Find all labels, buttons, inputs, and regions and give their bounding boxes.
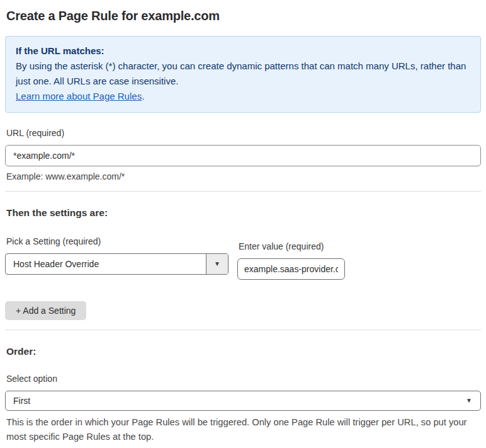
chevron-down-icon: ▼ <box>214 261 220 267</box>
url-input[interactable] <box>5 145 481 166</box>
order-select[interactable]: First ▼ <box>5 391 481 411</box>
order-select-label: Select option <box>6 374 480 384</box>
page-title: Create a Page Rule for example.com <box>6 9 480 23</box>
order-selected-value: First <box>6 396 466 406</box>
add-setting-button[interactable]: + Add a Setting <box>5 301 86 320</box>
info-box-body-text: By using the asterisk (*) character, you… <box>16 60 466 86</box>
url-example-text: Example: www.example.com/* <box>6 171 480 181</box>
url-field-label: URL (required) <box>6 128 480 138</box>
setting-picker-selected-value: Host Header Override <box>6 259 206 269</box>
link-period: . <box>142 91 144 101</box>
order-section-heading: Order: <box>6 346 480 357</box>
setting-picker-label: Pick a Setting (required) <box>6 236 227 246</box>
setting-value-input[interactable] <box>237 258 345 280</box>
url-matches-info-box: If the URL matches: By using the asteris… <box>5 36 481 113</box>
chevron-down-icon: ▼ <box>466 398 480 404</box>
setting-row: Pick a Setting (required) Host Header Ov… <box>5 236 481 280</box>
setting-picker-select[interactable]: Host Header Override ▼ <box>5 253 229 275</box>
setting-value-column: Enter value (required) <box>237 241 345 280</box>
divider <box>5 330 481 330</box>
setting-picker-column: Pick a Setting (required) Host Header Ov… <box>5 236 229 275</box>
setting-value-label: Enter value (required) <box>239 241 344 251</box>
setting-picker-dropdown-button[interactable]: ▼ <box>206 254 228 274</box>
order-help-text: This is the order in which your Page Rul… <box>6 415 480 444</box>
info-box-heading: If the URL matches: <box>16 43 470 59</box>
learn-more-link[interactable]: Learn more about Page Rules <box>16 91 142 101</box>
settings-section-heading: Then the settings are: <box>6 207 480 219</box>
divider <box>5 191 481 192</box>
info-box-body: By using the asterisk (*) character, you… <box>16 59 470 104</box>
